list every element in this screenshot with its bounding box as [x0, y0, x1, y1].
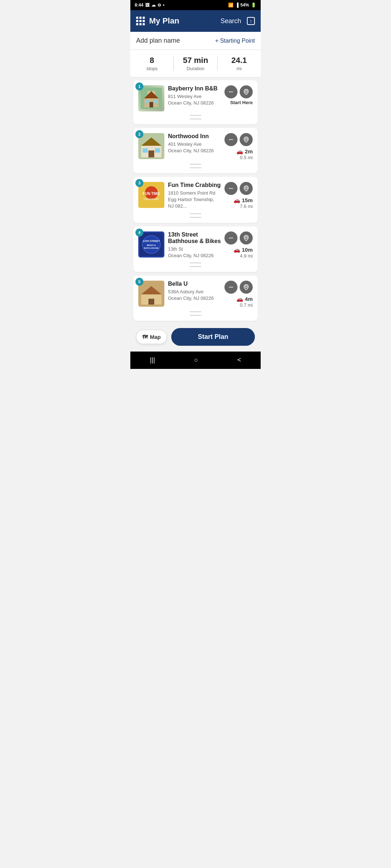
grid-menu-icon[interactable] — [136, 17, 145, 25]
drag-handle[interactable] — [138, 213, 253, 218]
stop-card-5: 5 Bella U 538A Asbury AveOcean City, NJ … — [133, 276, 258, 321]
travel-info: 🚗 4m 0.7 mi — [236, 296, 253, 308]
stop-main-content: 5 Bella U 538A Asbury AveOcean City, NJ … — [138, 281, 253, 308]
svg-text:FUN TIME: FUN TIME — [143, 192, 160, 196]
travel-distance: 0.7 mi — [236, 302, 253, 308]
signal-icon: ▐ — [235, 3, 239, 8]
stop-name: Bella U — [168, 281, 221, 287]
dot-icon: • — [163, 3, 164, 8]
remove-stop-button[interactable] — [224, 281, 237, 294]
svg-rect-14 — [155, 148, 160, 153]
locate-stop-button[interactable] — [240, 182, 253, 195]
svg-text:BIKES &: BIKES & — [147, 243, 156, 246]
drag-handle[interactable] — [138, 263, 253, 267]
svg-text:13TH STREET: 13TH STREET — [143, 239, 160, 242]
battery-display: 54% — [240, 3, 249, 8]
stop-image — [138, 85, 164, 111]
stop-actions: 🚗 4m 0.7 mi — [224, 281, 253, 308]
svg-rect-21 — [229, 188, 233, 189]
status-time: 8:44 🖼 ☁ ⊖ • — [135, 3, 164, 8]
remove-stop-button[interactable] — [224, 85, 237, 98]
search-button[interactable]: Search — [220, 17, 241, 25]
stop-image-wrapper: 2 — [138, 133, 164, 159]
stop-info: 13th Street Bathhouse & Bikes 13th StOce… — [168, 231, 221, 259]
svg-point-22 — [245, 187, 247, 189]
share-icon — [247, 17, 255, 25]
stop-number: 4 — [135, 229, 143, 237]
bottom-area: 🗺 Map Start Plan — [130, 324, 261, 352]
drag-handle[interactable] — [138, 311, 253, 316]
stop-card-3: 3 FUN TIME CRABBING Fun Time Crabbing 18… — [133, 177, 258, 223]
stop-name: Fun Time Crabbing — [168, 182, 221, 188]
stop-name: Northwood Inn — [168, 133, 221, 140]
travel-time: 🚗 15m — [234, 197, 253, 204]
stop-image-wrapper: 3 FUN TIME CRABBING — [138, 182, 164, 208]
stop-info: Fun Time Crabbing 1810 Somers Point RdEg… — [168, 182, 221, 210]
svg-rect-12 — [148, 150, 154, 157]
svg-rect-13 — [143, 148, 148, 153]
stops-label: stops — [146, 66, 157, 71]
remove-stop-button[interactable] — [224, 231, 237, 244]
battery-icon: 🔋 — [251, 3, 256, 8]
stop-image-wrapper: 5 — [138, 281, 164, 307]
app-title: My Plan — [149, 16, 179, 26]
map-button[interactable]: 🗺 Map — [136, 330, 167, 344]
stop-actions: Start Here — [224, 85, 253, 105]
nav-back-icon[interactable]: < — [237, 356, 241, 364]
stop-number: 3 — [135, 179, 143, 187]
nav-recent-icon[interactable]: ||| — [150, 356, 155, 364]
svg-rect-34 — [229, 287, 233, 288]
stop-address: 13th StOcean City, NJ 08226 — [168, 246, 221, 259]
stop-number: 1 — [135, 82, 143, 90]
locate-stop-button[interactable] — [240, 281, 253, 294]
svg-rect-7 — [229, 92, 233, 92]
locate-stop-button[interactable] — [240, 133, 253, 146]
add-plan-name-text[interactable]: Add plan name — [136, 37, 180, 44]
stop-info: Bella U 538A Asbury AveOcean City, NJ 08… — [168, 281, 221, 302]
dnd-icon: ⊖ — [157, 3, 161, 8]
share-button[interactable] — [247, 17, 255, 25]
stop-actions: 🚗 2m 0.5 mi — [224, 133, 253, 160]
stop-info: Northwood Inn 401 Wesley AveOcean City, … — [168, 133, 221, 154]
svg-text:BATH HOUSE: BATH HOUSE — [144, 247, 159, 249]
svg-rect-28 — [229, 238, 233, 238]
stop-number: 2 — [135, 130, 143, 138]
stop-address: 538A Asbury AveOcean City, NJ 08226 — [168, 289, 221, 302]
starting-point-button[interactable]: + Starting Point — [215, 38, 255, 44]
svg-point-29 — [245, 236, 247, 238]
stop-card-2: 2 Northwood Inn 401 Wesley AveOcean City… — [133, 128, 258, 173]
remove-stop-button[interactable] — [224, 182, 237, 195]
svg-rect-15 — [229, 139, 233, 140]
travel-info: 🚗 2m 0.5 mi — [236, 148, 253, 160]
status-bar: 8:44 🖼 ☁ ⊖ • 📶 ▐ 54% 🔋 — [130, 0, 261, 10]
map-label: Map — [150, 334, 161, 340]
travel-info: 🚗 10m 4.9 mi — [234, 247, 253, 259]
start-plan-button[interactable]: Start Plan — [171, 328, 255, 346]
locate-stop-button[interactable] — [240, 231, 253, 244]
remove-stop-button[interactable] — [224, 133, 237, 146]
nav-bar: ||| ○ < — [130, 352, 261, 369]
time-display: 8:44 — [135, 3, 143, 8]
travel-distance: 4.9 mi — [234, 253, 253, 259]
locate-stop-button[interactable] — [240, 85, 253, 98]
header-left: My Plan — [136, 16, 179, 26]
stop-address: 811 Wesley AveOcean City, NJ 08226 — [168, 93, 221, 106]
wifi-icon: 📶 — [228, 3, 234, 8]
drag-handle[interactable] — [138, 164, 253, 168]
photo-icon: 🖼 — [145, 3, 150, 8]
start-here-label: Start Here — [230, 100, 253, 105]
svg-rect-6 — [154, 100, 157, 103]
stops-list: 1 Bayberry Inn B&B 811 Wesley AveOcean C… — [130, 80, 261, 321]
nav-home-icon[interactable]: ○ — [194, 356, 198, 364]
duration-value: 57 min — [183, 56, 208, 65]
stop-actions: 🚗 15m 7.6 mi — [224, 182, 253, 209]
app-header: My Plan Search — [130, 10, 261, 32]
travel-distance: 0.5 mi — [236, 155, 253, 160]
stop-card-1: 1 Bayberry Inn B&B 811 Wesley AveOcean C… — [133, 80, 258, 124]
svg-point-8 — [245, 90, 247, 93]
stops-stat: 8 stops — [130, 56, 173, 71]
travel-time: 🚗 10m — [234, 247, 253, 253]
svg-point-16 — [245, 138, 247, 140]
duration-label: Duration — [186, 66, 204, 71]
drag-handle[interactable] — [138, 115, 253, 119]
